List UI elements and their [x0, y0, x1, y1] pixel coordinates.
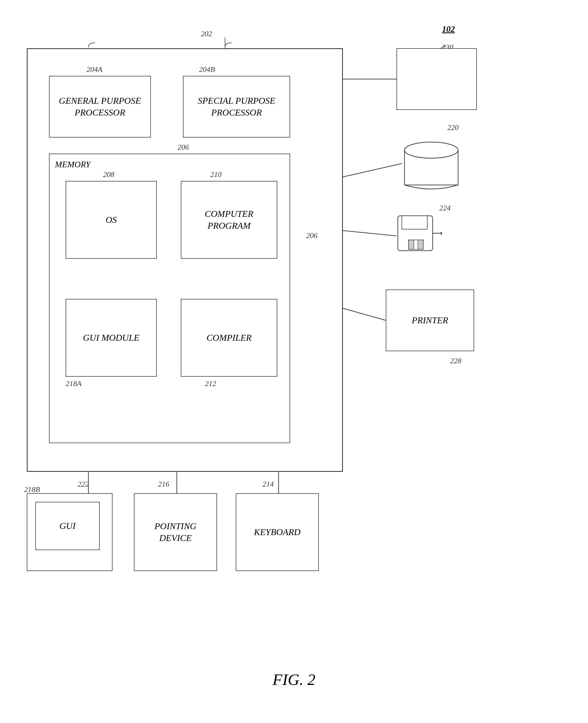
ref-204b: 204B: [199, 65, 215, 74]
computer-program-label: COMPUTERPROGRAM: [205, 208, 253, 232]
ref-224: 224: [439, 204, 450, 212]
ref-208: 208: [103, 170, 114, 179]
keyboard-label: KEYBOARD: [254, 526, 300, 538]
compiler-box: COMPILER: [181, 299, 277, 377]
gui-display-box: GUI: [27, 493, 112, 571]
ref-204a: 204A: [86, 65, 102, 74]
special-purpose-processor-box: SPECIAL PURPOSEPROCESSOR: [183, 76, 290, 138]
ref-228: 228: [450, 357, 461, 365]
cylinder-storage: [402, 137, 461, 190]
ref-206-top: 206: [177, 143, 189, 152]
keyboard-box: KEYBOARD: [236, 493, 319, 571]
ref-102: 102: [442, 24, 455, 34]
monitor-box: [397, 48, 477, 110]
svg-point-15: [404, 142, 458, 158]
printer-label: PRINTER: [412, 315, 448, 326]
ref-222: 222: [78, 480, 89, 488]
ref-214: 214: [262, 480, 274, 488]
pointing-device-box: POINTINGDEVICE: [134, 493, 217, 571]
ref-210: 210: [210, 170, 222, 179]
os-label: OS: [106, 214, 117, 226]
gui-module-box: GUI MODULE: [66, 299, 157, 377]
ref-216: 216: [158, 480, 169, 488]
general-processor-label: GENERAL PURPOSEPROCESSOR: [59, 95, 141, 119]
memory-box: MEMORY 208 210 OS COMPUTERPROGRAM 218A 2…: [49, 154, 290, 443]
svg-rect-17: [402, 216, 427, 229]
ref-220: 220: [447, 123, 459, 132]
svg-rect-19: [414, 240, 418, 249]
ref-206-right: 206: [306, 232, 317, 240]
special-processor-label: SPECIAL PURPOSEPROCESSOR: [198, 95, 275, 119]
gui-label: GUI: [60, 520, 76, 532]
gui-module-label: GUI MODULE: [83, 332, 140, 344]
pointing-device-label: POINTINGDEVICE: [154, 520, 197, 544]
compiler-label: COMPILER: [207, 332, 252, 344]
gui-inner-box: GUI: [35, 502, 100, 550]
general-purpose-processor-box: GENERAL PURPOSEPROCESSOR: [49, 76, 151, 138]
ref-212: 212: [205, 379, 216, 388]
svg-line-2: [343, 230, 397, 236]
ref-218a: 218A: [66, 379, 81, 388]
floppy-disk: [397, 215, 442, 255]
figure-caption: FIG. 2: [273, 670, 316, 689]
memory-label: MEMORY: [55, 160, 90, 169]
svg-marker-21: [441, 232, 442, 235]
computer-program-box: COMPUTERPROGRAM: [181, 181, 277, 259]
svg-line-1: [343, 163, 402, 177]
os-box: OS: [66, 181, 157, 259]
main-computer-box: 204A 204B GENERAL PURPOSEPROCESSOR SPECI…: [27, 48, 343, 472]
printer-box: PRINTER: [386, 289, 474, 351]
ref-202: 202: [201, 29, 212, 38]
ref-218b: 218B: [24, 485, 40, 494]
svg-line-3: [343, 308, 386, 320]
